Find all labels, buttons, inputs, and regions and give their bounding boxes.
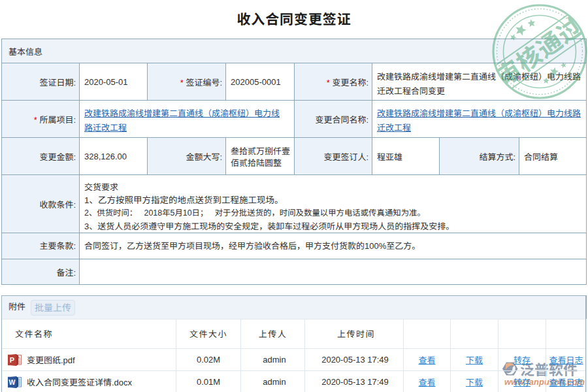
svg-text:P: P xyxy=(10,356,14,364)
svg-text:W: W xyxy=(9,378,16,386)
